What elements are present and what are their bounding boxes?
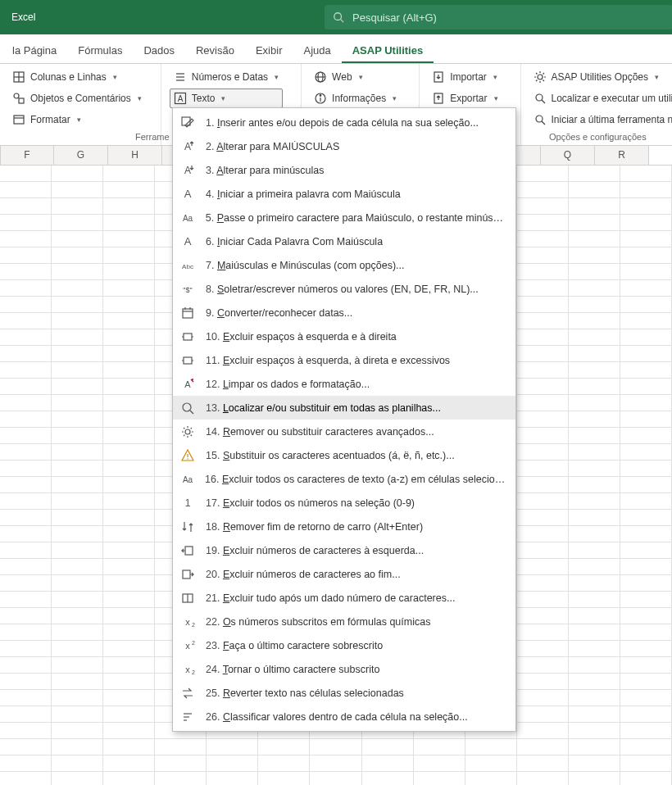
cell[interactable] (620, 477, 672, 493)
cell[interactable] (0, 198, 52, 215)
menu-item-20[interactable]: 20. Excluir números de caracteres ao fim… (173, 562, 515, 586)
cell[interactable] (517, 526, 569, 542)
cell[interactable] (569, 592, 620, 608)
cell[interactable] (620, 690, 672, 706)
cell[interactable] (52, 329, 103, 346)
cell[interactable] (569, 247, 620, 264)
cell[interactable] (0, 297, 52, 313)
cell[interactable] (103, 756, 155, 772)
menu-item-1[interactable]: 1. Inserir antes e/ou depois de cada cél… (173, 111, 515, 134)
cell[interactable] (0, 280, 52, 297)
cell[interactable] (52, 542, 103, 559)
cell[interactable] (0, 526, 52, 542)
cell[interactable] (52, 723, 103, 739)
cell[interactable] (103, 231, 155, 247)
cell[interactable] (620, 231, 672, 247)
cell[interactable] (569, 608, 620, 624)
cell[interactable] (517, 280, 569, 297)
cell[interactable] (52, 559, 103, 575)
cell[interactable] (155, 756, 207, 772)
cell[interactable] (0, 772, 52, 785)
cell[interactable] (52, 592, 103, 608)
cell[interactable] (0, 510, 52, 526)
cell[interactable] (103, 739, 155, 756)
cell[interactable] (362, 772, 414, 785)
cell[interactable] (569, 723, 620, 739)
cell[interactable] (103, 542, 155, 559)
menu-item-7[interactable]: Abc7. Maiúsculas e Minúsculas (com opçõe… (173, 253, 515, 277)
cell[interactable] (569, 690, 620, 706)
cell[interactable] (569, 215, 620, 231)
cell[interactable] (517, 493, 569, 510)
col-header[interactable]: F (0, 146, 54, 165)
cell[interactable] (620, 379, 672, 395)
cell[interactable] (52, 313, 103, 329)
cell[interactable] (103, 247, 155, 264)
cell[interactable] (569, 379, 620, 395)
cell[interactable] (620, 493, 672, 510)
ribbon-n-meros-e-datas[interactable]: Números e Datas▾ (170, 67, 283, 87)
cell[interactable] (207, 756, 258, 772)
cell[interactable] (362, 756, 414, 772)
cell[interactable] (0, 182, 52, 198)
cell[interactable] (103, 313, 155, 329)
cell[interactable] (569, 329, 620, 346)
cell[interactable] (517, 559, 569, 575)
menu-item-21[interactable]: 21. Excluir tudo após um dado número de … (173, 586, 515, 610)
cell[interactable] (569, 706, 620, 723)
cell[interactable] (517, 772, 569, 785)
cell[interactable] (52, 674, 103, 690)
cell[interactable] (517, 166, 569, 182)
cell[interactable] (103, 182, 155, 198)
cell[interactable] (620, 592, 672, 608)
cell[interactable] (569, 313, 620, 329)
cell[interactable] (620, 395, 672, 411)
cell[interactable] (52, 608, 103, 624)
cell[interactable] (0, 215, 52, 231)
menu-item-10[interactable]: 10. Excluir espaços à esquerda e à direi… (173, 324, 515, 348)
tab-dados[interactable]: Dados (133, 37, 185, 63)
cell[interactable] (0, 493, 52, 510)
cell[interactable] (52, 247, 103, 264)
cell[interactable] (52, 264, 103, 280)
cell[interactable] (620, 362, 672, 379)
cell[interactable] (52, 657, 103, 674)
cell[interactable] (569, 756, 620, 772)
tab-exibir[interactable]: Exibir (245, 37, 293, 63)
col-header[interactable]: G (54, 146, 108, 165)
menu-item-6[interactable]: A6. Iniciar Cada Palavra Com Maiúscula (173, 229, 515, 253)
cell[interactable] (569, 674, 620, 690)
cell[interactable] (103, 657, 155, 674)
ribbon-importar[interactable]: Importar▾ (428, 67, 502, 87)
cell[interactable] (103, 723, 155, 739)
cell[interactable] (569, 575, 620, 592)
cell[interactable] (620, 608, 672, 624)
cell[interactable] (569, 346, 620, 362)
cell[interactable] (0, 166, 52, 182)
cell[interactable] (465, 772, 517, 785)
cell[interactable] (52, 493, 103, 510)
tab-asap-utilities[interactable]: ASAP Utilities (342, 37, 434, 63)
cell[interactable] (103, 198, 155, 215)
cell[interactable] (569, 657, 620, 674)
cell[interactable] (569, 428, 620, 444)
menu-item-8[interactable]: "$"8. Soletrar/escrever números ou valor… (173, 277, 515, 301)
cell[interactable] (52, 477, 103, 493)
cell[interactable] (620, 428, 672, 444)
cell[interactable] (0, 592, 52, 608)
cell[interactable] (0, 706, 52, 723)
cell[interactable] (517, 379, 569, 395)
cell[interactable] (103, 608, 155, 624)
menu-item-19[interactable]: 19. Excluir números de caracteres à esqu… (173, 538, 515, 562)
cell[interactable] (52, 526, 103, 542)
cell[interactable] (620, 641, 672, 657)
cell[interactable] (620, 166, 672, 182)
cell[interactable] (517, 690, 569, 706)
cell[interactable] (52, 411, 103, 428)
cell[interactable] (0, 411, 52, 428)
menu-item-12[interactable]: A12. Limpar os dados e formatação... (173, 372, 515, 396)
cell[interactable] (620, 739, 672, 756)
cell[interactable] (620, 756, 672, 772)
cell[interactable] (517, 215, 569, 231)
cell[interactable] (103, 461, 155, 477)
